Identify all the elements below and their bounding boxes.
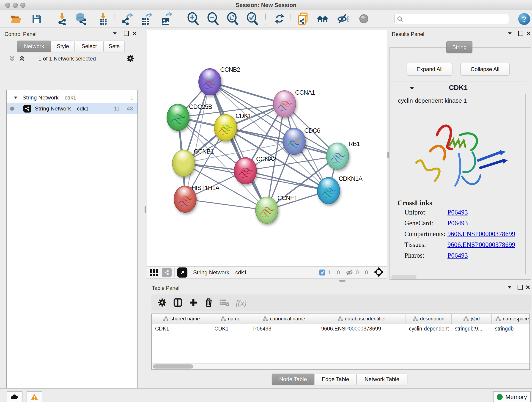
network-node-ccnb2[interactable] bbox=[198, 68, 221, 95]
table-settings-gear-icon[interactable] bbox=[157, 298, 167, 308]
save-session-icon[interactable] bbox=[30, 12, 43, 26]
delete-column-icon[interactable] bbox=[204, 298, 213, 308]
network-node-cdc6[interactable] bbox=[283, 128, 306, 155]
network-node-ccna2[interactable] bbox=[234, 157, 257, 184]
open-session-icon[interactable] bbox=[10, 12, 22, 26]
cloud-button[interactable] bbox=[7, 391, 22, 402]
network-node-ccnb1[interactable] bbox=[172, 150, 195, 177]
tab-edge-table[interactable]: Edge Table bbox=[314, 374, 356, 385]
warnings-button[interactable] bbox=[27, 391, 42, 402]
table-cell[interactable]: CDK1 bbox=[152, 324, 211, 334]
tab-sets[interactable]: Sets bbox=[104, 41, 125, 52]
section-hscroll-thumb[interactable] bbox=[391, 275, 417, 279]
column-header-canonical-name[interactable]: canonical name bbox=[250, 314, 318, 324]
results-buttons-box: Expand All Collapse All bbox=[389, 58, 527, 80]
network-view-canvas[interactable]: CCNB2CCNA1CDC25BCDK1CDC6RB1CCNB1CCNA2CDK… bbox=[147, 30, 387, 266]
column-header-name[interactable]: name bbox=[211, 314, 250, 324]
table-cell[interactable]: cyclin-dependent ... bbox=[406, 324, 452, 334]
table-cell[interactable]: 9606.ENSP00000378699 bbox=[318, 324, 406, 334]
network-node-ccna1[interactable] bbox=[273, 90, 296, 117]
toolbar-separator bbox=[49, 13, 49, 25]
control-panel: Control Panel ✕ Network Style Select Set… bbox=[0, 27, 144, 388]
zoom-out-icon[interactable] bbox=[207, 12, 220, 26]
network-collection-row[interactable]: String Network – cdk1 1 bbox=[7, 92, 138, 103]
string-view-icon[interactable] bbox=[162, 268, 172, 277]
table-hscrollbar[interactable] bbox=[152, 363, 530, 370]
results-panel-close-icon[interactable]: ✕ bbox=[525, 30, 532, 37]
tab-select[interactable]: Select bbox=[75, 41, 104, 52]
network-node-cdk1[interactable] bbox=[214, 114, 237, 141]
network-node-cdc25b[interactable] bbox=[167, 104, 190, 131]
column-header--id[interactable]: @id bbox=[452, 314, 492, 324]
first-neighbors-icon[interactable] bbox=[316, 12, 329, 26]
crosslink-value-link[interactable]: P06493 bbox=[447, 219, 468, 227]
table-panel-float-icon[interactable] bbox=[517, 284, 524, 291]
memory-label: Memory bbox=[505, 394, 527, 401]
node-label-ccnb2: CCNB2 bbox=[220, 66, 240, 73]
table-cell[interactable]: P06493 bbox=[250, 324, 318, 334]
import-network-file-icon[interactable] bbox=[56, 12, 69, 26]
zoom-selected-icon[interactable] bbox=[246, 12, 259, 26]
results-panel-menu-icon[interactable] bbox=[506, 30, 513, 37]
tab-network-table[interactable]: Network Table bbox=[356, 374, 407, 385]
table-panel-menu-icon[interactable] bbox=[506, 284, 513, 291]
tab-network[interactable]: Network bbox=[17, 41, 51, 52]
tab-style[interactable]: Style bbox=[51, 41, 75, 52]
grid-view-icon[interactable] bbox=[150, 268, 159, 278]
delete-table-icon[interactable] bbox=[219, 298, 230, 308]
network-node-rb1[interactable] bbox=[326, 143, 349, 170]
refresh-view-icon[interactable] bbox=[273, 12, 286, 26]
column-header-namespace[interactable]: namespace bbox=[492, 314, 530, 324]
column-header-shared-name[interactable]: shared name bbox=[152, 314, 211, 324]
column-header-description[interactable]: description bbox=[406, 314, 452, 324]
network-row[interactable]: String Network – cdk1 11 48 bbox=[7, 103, 138, 114]
control-panel-close-icon[interactable]: ✕ bbox=[131, 30, 138, 37]
network-node-cdkn1a[interactable] bbox=[317, 177, 340, 204]
zoom-in-icon[interactable] bbox=[187, 12, 200, 26]
selected-checkbox-icon[interactable] bbox=[319, 269, 325, 275]
import-network-database-icon[interactable] bbox=[75, 12, 88, 26]
duplicate-network-icon[interactable] bbox=[297, 12, 310, 26]
table-cell[interactable]: CDK1 bbox=[211, 324, 250, 334]
import-table-file-icon[interactable] bbox=[97, 12, 110, 26]
tab-string[interactable]: String bbox=[446, 41, 472, 53]
export-table-icon[interactable] bbox=[140, 12, 152, 26]
crosslink-value-link[interactable]: P06493 bbox=[447, 252, 468, 259]
table-row[interactable]: CDK1CDK1P064939606.ENSP00000378699cyclin… bbox=[152, 324, 530, 334]
title-bar: Session: New Session bbox=[0, 0, 532, 10]
crosslink-value-link[interactable]: 9606.ENSP00000378699 bbox=[447, 230, 515, 238]
memory-button[interactable]: Memory bbox=[493, 391, 531, 402]
network-options-gear-icon[interactable] bbox=[126, 54, 135, 64]
collection-count: 1 bbox=[130, 95, 133, 101]
table-cell[interactable]: stringdb:9... bbox=[452, 324, 492, 334]
hidden-eye-icon bbox=[346, 269, 354, 276]
node-label-cdc6: CDC6 bbox=[304, 127, 320, 134]
expand-all-button[interactable]: Expand All bbox=[407, 63, 452, 75]
function-builder-icon[interactable]: f(x) bbox=[236, 299, 247, 307]
crosslink-value-link[interactable]: P06493 bbox=[447, 209, 468, 216]
table-hscroll-thumb[interactable] bbox=[153, 364, 193, 369]
column-header-database-identifier[interactable]: database identifier bbox=[318, 314, 406, 324]
search-input[interactable] bbox=[394, 14, 509, 24]
collection-expand-icon[interactable] bbox=[13, 96, 18, 99]
birds-eye-view-icon[interactable] bbox=[177, 268, 187, 278]
collapse-all-button[interactable]: Collapse All bbox=[461, 63, 510, 75]
network-node-ccne1[interactable] bbox=[255, 197, 278, 224]
tab-node-table[interactable]: Node Table bbox=[272, 374, 314, 385]
add-column-icon[interactable] bbox=[189, 298, 198, 308]
level-of-detail-icon[interactable] bbox=[357, 12, 370, 26]
export-network-icon[interactable] bbox=[121, 12, 133, 26]
crosslink-value-link[interactable]: 9606.ENSP00000378699 bbox=[447, 241, 515, 249]
table-panel-close-icon[interactable]: ✕ bbox=[525, 284, 531, 291]
zoom-fit-content-icon[interactable] bbox=[226, 12, 239, 26]
export-image-icon[interactable] bbox=[160, 12, 172, 26]
help-icon[interactable]: ? bbox=[518, 13, 530, 25]
results-panel-float-icon[interactable] bbox=[517, 30, 524, 37]
control-panel-menu-icon[interactable] bbox=[111, 30, 118, 37]
control-panel-float-icon[interactable] bbox=[123, 30, 130, 37]
show-columns-icon[interactable] bbox=[173, 298, 183, 308]
left-splitter-handle[interactable] bbox=[145, 206, 146, 213]
hide-selected-icon[interactable] bbox=[337, 12, 350, 26]
table-cell[interactable]: stringdb bbox=[492, 324, 530, 334]
fit-selected-crosshair-icon[interactable] bbox=[374, 267, 384, 278]
